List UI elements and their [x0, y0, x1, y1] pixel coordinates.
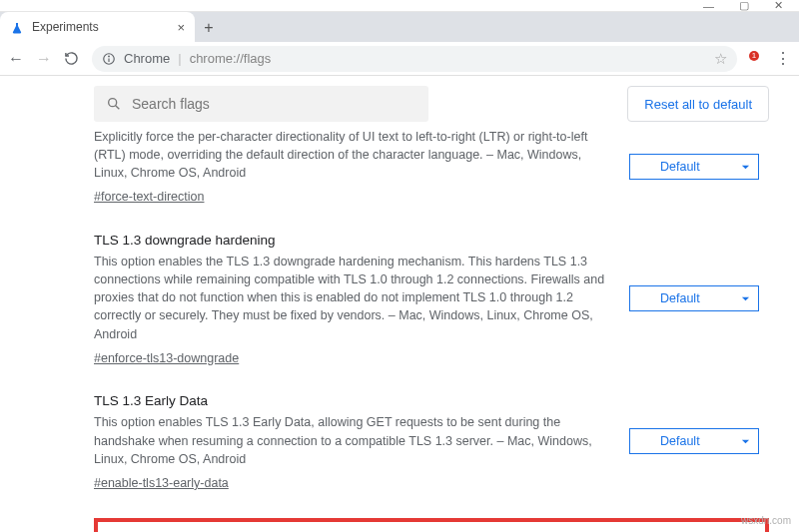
- omnibox[interactable]: Chrome | chrome://flags ☆: [92, 46, 737, 72]
- flag-title: TLS 1.3 downgrade hardening: [94, 231, 613, 251]
- browser-tab[interactable]: Experiments ×: [0, 12, 195, 42]
- omnibox-url: chrome://flags: [190, 51, 272, 66]
- flag-description: Explicitly force the per-character direc…: [94, 128, 613, 182]
- flag-hash-link[interactable]: #force-text-direction: [94, 188, 204, 206]
- flag-tls13-early-data: TLS 1.3 Early Data This option enables T…: [94, 373, 769, 498]
- tab-title: Experiments: [32, 20, 99, 34]
- menu-icon[interactable]: ⋮: [775, 49, 791, 68]
- window-titlebar: — ▢ ✕: [0, 0, 799, 12]
- chevron-down-icon: [741, 163, 750, 172]
- search-placeholder: Search flags: [132, 96, 210, 112]
- svg-point-2: [109, 56, 110, 57]
- back-icon[interactable]: ←: [8, 50, 24, 68]
- flag-dropdown[interactable]: Default: [629, 428, 759, 454]
- reset-all-button[interactable]: Reset all to default: [627, 86, 769, 122]
- minimize-icon[interactable]: —: [703, 0, 714, 12]
- info-icon: [102, 52, 116, 66]
- flag-description: This option enables the TLS 1.3 downgrad…: [94, 253, 613, 343]
- flag-description: This option enables TLS 1.3 Early Data, …: [94, 413, 613, 467]
- flag-force-text-direction: Explicitly force the per-character direc…: [94, 128, 769, 213]
- flag-dropdown[interactable]: Default: [629, 285, 759, 311]
- maximize-icon[interactable]: ▢: [739, 0, 749, 12]
- close-tab-icon[interactable]: ×: [177, 20, 185, 35]
- flag-hash-link[interactable]: #enable-tls13-early-data: [94, 474, 229, 492]
- omnibox-scheme: Chrome: [124, 51, 170, 66]
- flag-force-dark-mode: Force Dark Mode for Web Contents Automat…: [94, 518, 769, 532]
- flag-title: TLS 1.3 Early Data: [94, 391, 613, 411]
- forward-icon: →: [36, 50, 52, 68]
- reload-icon[interactable]: [64, 51, 80, 66]
- search-row: Search flags Reset all to default: [94, 86, 769, 122]
- svg-line-4: [116, 106, 120, 110]
- omnibox-separator: |: [178, 51, 181, 66]
- flags-page: Search flags Reset all to default Explic…: [0, 86, 799, 532]
- flask-icon: [10, 20, 24, 34]
- chevron-down-icon: [741, 437, 750, 446]
- flag-tls13-downgrade: TLS 1.3 downgrade hardening This option …: [94, 213, 769, 373]
- search-input[interactable]: Search flags: [94, 86, 428, 122]
- profile-area: ⋮: [755, 49, 791, 68]
- flag-dropdown[interactable]: Default: [629, 154, 759, 180]
- browser-toolbar: ← → Chrome | chrome://flags ☆ ⋮: [0, 42, 799, 76]
- svg-point-3: [109, 99, 117, 107]
- search-icon: [106, 96, 122, 112]
- chevron-down-icon: [741, 294, 750, 303]
- flag-hash-link[interactable]: #enforce-tls13-downgrade: [94, 349, 239, 367]
- watermark: wsxdn.com: [741, 515, 791, 526]
- new-tab-button[interactable]: +: [195, 14, 223, 42]
- star-icon[interactable]: ☆: [714, 50, 727, 68]
- close-window-icon[interactable]: ✕: [774, 0, 783, 12]
- tabstrip: Experiments × +: [0, 12, 799, 42]
